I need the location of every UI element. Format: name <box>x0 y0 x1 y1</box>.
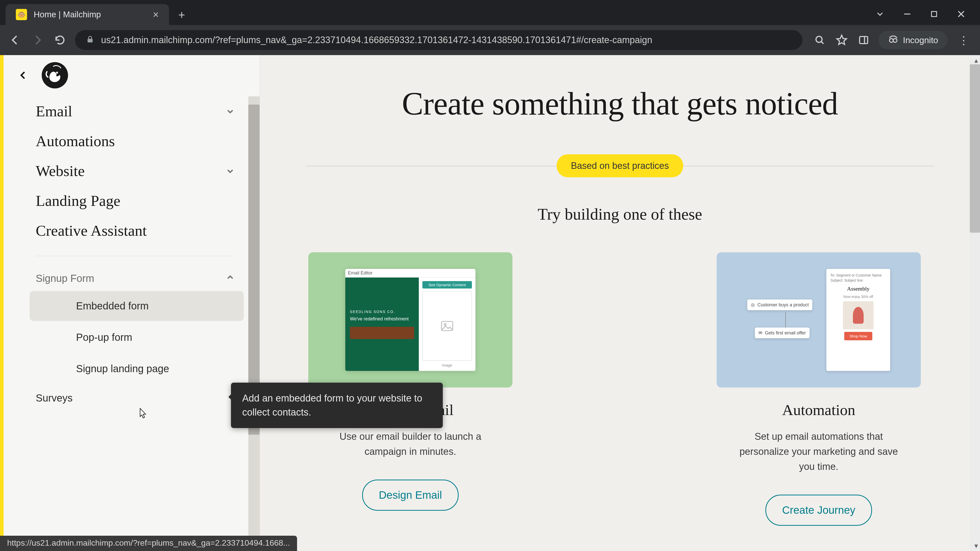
browser-tab[interactable]: 🐵 Home | Mailchimp × <box>6 4 169 25</box>
card-desc: Use our email builder to launch a campai… <box>324 429 497 459</box>
chevron-up-icon <box>225 272 235 284</box>
url-input[interactable]: us21.admin.mailchimp.com/?ref=plums_nav&… <box>75 30 802 50</box>
email-title: Assembly <box>847 286 870 292</box>
card-art-automation: ◎ Customer buys a product ✉ Gets first e… <box>717 252 921 387</box>
cards-row: Email Editor SEEDLING SONS CO. We've red… <box>260 224 980 526</box>
sidebar-scroll[interactable]: Email Automations Website Landing Page <box>3 97 259 551</box>
side-panel-icon[interactable] <box>856 33 871 47</box>
sidebar-item-automations[interactable]: Automations <box>3 126 259 156</box>
svg-rect-14 <box>442 321 453 330</box>
new-tab-button[interactable]: + <box>174 7 189 22</box>
art-left-panel: SEEDLING SONS CO. We've redefined refres… <box>345 278 419 371</box>
card-automation: ◎ Customer buys a product ✉ Gets first e… <box>717 252 921 526</box>
tooltip: Add an embedded form to your website to … <box>231 383 443 428</box>
browser-menu-button[interactable]: ⋮ <box>955 34 972 47</box>
email-header: To: Segment or Customer Name Subject: Su… <box>830 273 882 283</box>
incognito-icon <box>888 33 899 47</box>
email-sub: Now enjoy 30% off <box>843 295 873 299</box>
forward-button[interactable] <box>30 33 45 48</box>
nav-label: Surveys <box>36 392 73 403</box>
sidebar: Email Automations Website Landing Page <box>3 55 260 551</box>
tab-title: Home | Mailchimp <box>34 10 146 19</box>
close-tab-button[interactable]: × <box>153 9 159 21</box>
mail-icon: ✉ <box>759 330 762 336</box>
back-button[interactable] <box>8 33 22 48</box>
scroll-up-icon[interactable]: ▴ <box>974 56 978 65</box>
trigger-label: Customer buys a product <box>757 302 809 308</box>
sidebar-group-signup-form[interactable]: Signup Form <box>3 266 259 289</box>
art-header: Email Editor <box>345 269 476 278</box>
maximize-button[interactable] <box>930 10 939 19</box>
incognito-badge[interactable]: Incognito <box>878 31 947 49</box>
connector-icon <box>783 312 788 327</box>
group-title: Signup Form <box>36 273 94 284</box>
page-viewport: Email Automations Website Landing Page <box>0 55 980 551</box>
svg-point-10 <box>889 38 893 42</box>
nav-label: Landing Page <box>36 192 121 210</box>
svg-rect-4 <box>88 39 93 42</box>
subitem-label: Pop-up form <box>76 332 132 343</box>
automation-art-preview: ◎ Customer buys a product ✉ Gets first e… <box>747 269 890 371</box>
main-content: Create something that gets noticed Based… <box>260 55 980 551</box>
art-brand: SEEDLING SONS CO. <box>350 310 414 314</box>
svg-point-5 <box>816 36 822 42</box>
sidebar-subitem-popup-form[interactable]: Pop-up form <box>30 322 244 352</box>
sidebar-subitem-signup-landing-page[interactable]: Signup landing page <box>30 354 244 384</box>
svg-rect-1 <box>932 11 937 17</box>
sidebar-item-email[interactable]: Email <box>3 97 259 126</box>
window-close-button[interactable] <box>956 9 966 20</box>
tooltip-text: Add an embedded form to your website to … <box>242 393 422 418</box>
sidebar-item-website[interactable]: Website <box>3 156 259 186</box>
nav-label: Email <box>36 103 72 120</box>
sidebar-item-surveys[interactable]: Surveys <box>3 385 259 411</box>
subitem-label: Embedded form <box>76 300 149 311</box>
art-placeholder-label: Image <box>422 363 472 367</box>
art-right-panel: See Dynamic Content Image <box>419 278 476 371</box>
accent-bar <box>0 55 3 551</box>
best-practices-pill: Based on best practices <box>557 154 683 177</box>
svg-marker-7 <box>837 35 846 44</box>
svg-point-13 <box>56 72 58 74</box>
window-controls <box>875 9 980 25</box>
scroll-down-icon[interactable]: ▾ <box>974 541 978 550</box>
tabs-overview-icon[interactable] <box>875 9 885 20</box>
url-text: us21.admin.mailchimp.com/?ref=plums_nav&… <box>101 35 792 45</box>
automation-email-preview: To: Segment or Customer Name Subject: Su… <box>826 269 890 371</box>
lock-icon <box>86 35 94 45</box>
target-icon: ◎ <box>751 302 755 308</box>
minimize-button[interactable] <box>903 10 912 20</box>
sidebar-back-button[interactable] <box>18 70 28 81</box>
sidebar-subitem-embedded-form[interactable]: Embedded form <box>30 291 244 321</box>
sidebar-item-landing-page[interactable]: Landing Page <box>3 186 259 216</box>
mailchimp-logo-icon[interactable] <box>41 61 69 90</box>
nav-label: Creative Assistant <box>36 222 147 240</box>
bookmark-icon[interactable] <box>835 33 849 47</box>
svg-point-11 <box>893 38 897 42</box>
sidebar-scrollbar[interactable] <box>248 97 259 551</box>
card-art-email: Email Editor SEEDLING SONS CO. We've red… <box>308 252 512 387</box>
design-email-button[interactable]: Design Email <box>362 480 458 511</box>
incognito-label: Incognito <box>903 35 938 45</box>
automation-action-box: ✉ Gets first email offer <box>755 327 810 338</box>
image-placeholder-icon <box>422 291 472 361</box>
sidebar-header <box>3 55 259 97</box>
page-scrollbar[interactable]: ▴ ▾ <box>970 55 980 551</box>
address-bar: us21.admin.mailchimp.com/?ref=plums_nav&… <box>0 25 980 55</box>
email-cta-button: Shop Now <box>844 332 872 340</box>
art-image-icon <box>350 327 414 339</box>
email-image-icon <box>843 301 873 329</box>
sidebar-item-creative-assistant[interactable]: Creative Assistant <box>3 216 259 246</box>
favicon-icon: 🐵 <box>16 9 27 20</box>
subitem-label: Signup landing page <box>76 363 169 374</box>
create-journey-button[interactable]: Create Journey <box>765 495 872 526</box>
hero: Create something that gets noticed Based… <box>260 55 980 224</box>
hero-title: Create something that gets noticed <box>306 86 934 122</box>
search-icon[interactable] <box>813 33 827 47</box>
chevron-down-icon <box>225 103 235 120</box>
art-headline: We've redefined refreshment <box>350 316 414 322</box>
page-scroll-thumb[interactable] <box>970 64 980 233</box>
chevron-down-icon <box>225 162 235 180</box>
reload-button[interactable] <box>52 33 67 48</box>
nav-label: Automations <box>36 132 115 150</box>
card-title: Automation <box>782 401 856 419</box>
